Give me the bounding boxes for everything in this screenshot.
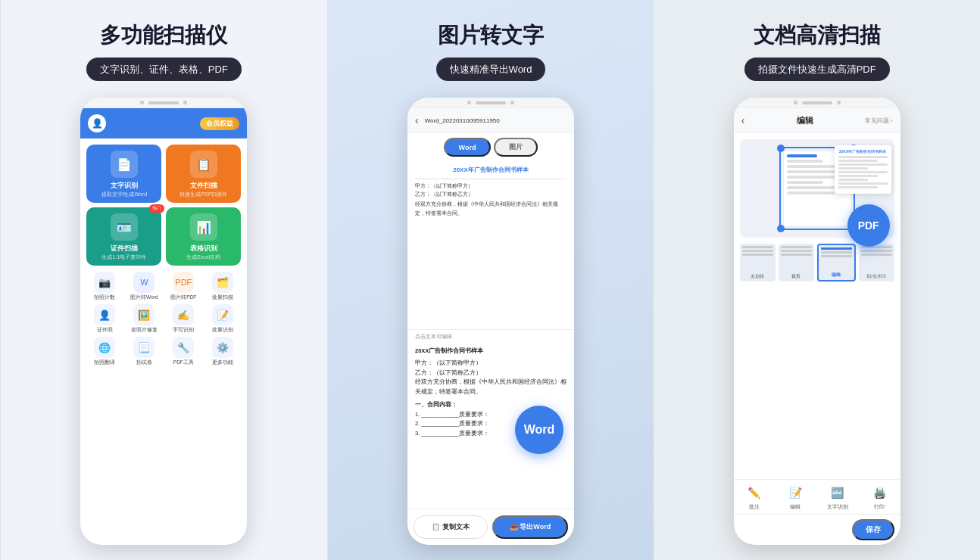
- tool-translate[interactable]: 🌐 拍照翻译: [86, 337, 123, 366]
- template-label-2: 编辑: [819, 272, 854, 278]
- copy-icon: 📋: [432, 523, 442, 530]
- table-icon: 📊: [190, 213, 217, 241]
- scan-body: 20XX年广告制作合同书样本 PDF: [734, 133, 900, 479]
- feature-id-sublabel: 生成1:1电子复印件: [101, 254, 146, 261]
- edit-hint: 点击文本可编辑: [407, 329, 574, 344]
- template-label-1: 裁剪: [779, 273, 814, 280]
- scan-tool-ocr[interactable]: 🔤 文字识别: [827, 483, 848, 511]
- tool-id-photo[interactable]: 👤 证件照: [86, 304, 123, 334]
- photo-restore-icon: 🖼️: [133, 304, 154, 325]
- save-button[interactable]: 保存: [852, 519, 894, 540]
- tab-word[interactable]: Word: [444, 138, 492, 157]
- feature-table-sublabel: 生成Excel文档: [186, 254, 220, 261]
- tool-batch-ocr[interactable]: 📝 批量识别: [204, 304, 241, 334]
- text-line1: 甲方：（以下简称甲方）: [415, 359, 566, 369]
- pdf-badge: PDF: [847, 204, 890, 247]
- tool-more[interactable]: ⚙️ 更多功能: [204, 337, 241, 366]
- tool-batch-scan[interactable]: 🗂️ 批量扫描: [204, 272, 241, 301]
- notch-dot-6: [837, 101, 841, 104]
- tools-row-2: 👤 证件照 🖼️ 老照片修复 ✍️ 手写识别 📝 批量识别: [80, 304, 247, 337]
- doc-content-area: 20XX年广告制作合同书样本 甲方：（以下简称甲方） 乙方：（以下简称乙方） 经…: [407, 161, 574, 329]
- scan-preview-area: 20XX年广告制作合同书样本 PDF: [740, 139, 894, 238]
- panel-word: 图片转文字 快速精准导出Word ‹ Word_2022031009591195…: [328, 0, 654, 560]
- tab-bar: Word 图片: [407, 133, 574, 161]
- text-line2: 乙方：（以下简称乙方）: [415, 369, 566, 378]
- notch-bar-3: [802, 101, 832, 104]
- panel3-title: 文档高清扫描: [754, 21, 881, 50]
- phone-mockup-2: ‹ Word_20220310095911950 Word 图片 20XX年广告…: [407, 98, 574, 545]
- hot-badge: 热门: [149, 204, 164, 213]
- tool-photo-count-label: 拍照计数: [94, 294, 115, 301]
- scan-faq-button[interactable]: 常见问题 ›: [865, 117, 893, 125]
- notch-dot-5: [794, 101, 797, 104]
- feature-table-label: 表格识别: [190, 244, 217, 254]
- text-block-title: 20XX广告制作合同书样本: [415, 347, 566, 356]
- tool-img-word[interactable]: W 图片转Word: [126, 272, 162, 301]
- panel3-subtitle: 拍摄文件快速生成高清PDF: [758, 64, 876, 75]
- tool-handwriting[interactable]: ✍️ 手写识别: [165, 304, 201, 334]
- tool-pdf[interactable]: 🔧 PDF工具: [165, 337, 201, 366]
- features-grid: 📄 文字识别 提取文字/生成Word 📋 文件扫描 快速生成PDF扫描件 热门 …: [80, 138, 247, 272]
- feature-table[interactable]: 📊 表格识别 生成Excel文档: [166, 207, 241, 266]
- scan-tool-annotate[interactable]: ✏️ 批注: [744, 483, 764, 511]
- tool-more-label: 更多功能: [212, 359, 233, 366]
- scan-editor-title: 编辑: [797, 115, 813, 126]
- export-word-button[interactable]: 📤 导出Word: [492, 515, 568, 539]
- panel1-subtitle: 文字识别、证件、表格、PDF: [100, 64, 228, 75]
- template-edit[interactable]: 编辑: [817, 244, 856, 282]
- scan-tool-print[interactable]: 🖨️ 打印: [869, 483, 889, 511]
- tool-img-pdf[interactable]: PDF 图片转PDF: [165, 272, 201, 301]
- print-label: 打印: [874, 504, 885, 511]
- tool-img-word-label: 图片转Word: [130, 294, 158, 301]
- handwriting-icon: ✍️: [173, 304, 194, 325]
- edit-tool-label: 编辑: [790, 504, 801, 511]
- edit-tool-icon: 📝: [785, 483, 805, 502]
- feature-ocr[interactable]: 📄 文字识别 提取文字/生成Word: [86, 145, 161, 203]
- tool-handwriting-label: 手写识别: [173, 327, 194, 334]
- panel-scanner: 多功能扫描仪 文字识别、证件、表格、PDF 👤 会员权益 📄 文字识别 提取文字…: [0, 0, 328, 560]
- app-header: 👤 会员权益: [80, 108, 247, 138]
- doc-party-a: 甲方：（以下简称甲方）: [415, 182, 566, 190]
- notch-dot-3: [467, 101, 471, 104]
- phone-notch-1: [80, 98, 247, 108]
- tool-id-photo-label: 证件照: [97, 327, 113, 334]
- back-button[interactable]: ‹: [415, 114, 419, 126]
- feature-scan[interactable]: 📋 文件扫描 快速生成PDF扫描件: [166, 145, 241, 203]
- notch-dot-4: [510, 101, 514, 104]
- img-word-icon: W: [133, 272, 154, 293]
- template-trim[interactable]: 裁剪: [779, 244, 814, 282]
- scan-tool-edit[interactable]: 📝 编辑: [785, 483, 805, 511]
- feature-scan-sublabel: 快速生成PDF扫描件: [179, 191, 227, 198]
- mini-doc-overlay: 20XX年广告制作合同书样本: [835, 145, 891, 194]
- scan-editor-header: ‹ 编辑 常见问题 ›: [734, 108, 900, 133]
- tool-pdf-label: PDF工具: [173, 359, 194, 366]
- batch-scan-icon: 🗂️: [212, 272, 233, 293]
- id-photo-icon: 👤: [94, 304, 115, 325]
- phone-notch-3: [734, 98, 900, 108]
- feature-id[interactable]: 热门 🪪 证件扫描 生成1:1电子复印件: [86, 207, 161, 266]
- print-icon: 🖨️: [869, 483, 889, 502]
- scan-back-button[interactable]: ‹: [741, 114, 745, 126]
- template-watermark[interactable]: 划/去水印: [859, 244, 894, 282]
- corner-tl: [777, 145, 785, 152]
- tool-photo-count[interactable]: 📷 拍照计数: [86, 272, 123, 301]
- notch-bar-2: [476, 101, 506, 104]
- tool-exam[interactable]: 📃 拍试卷: [126, 337, 162, 366]
- tools-row-1: 📷 拍照计数 W 图片转Word PDF 图片转PDF 🗂️ 批量扫描: [80, 272, 247, 304]
- tab-image[interactable]: 图片: [494, 138, 538, 157]
- phone-notch-2: [407, 98, 574, 108]
- template-crop[interactable]: 去划掉: [740, 244, 776, 282]
- exam-icon: 📃: [133, 337, 154, 358]
- batch-ocr-icon: 📝: [212, 304, 233, 325]
- tool-photo-restore[interactable]: 🖼️ 老照片修复: [126, 304, 162, 334]
- notch-bar: [148, 101, 179, 104]
- mini-doc-title: 20XX年广告制作合同书样本: [838, 149, 888, 154]
- text-line3: 经双方充分协商，根据《中华人民共和国经济合同法》相关规定，特签署本合同。: [415, 378, 566, 397]
- doc-main-title: 20XX年广告制作合同书样本: [415, 166, 566, 174]
- tool-batch-ocr-label: 批量识别: [212, 327, 233, 334]
- feature-scan-label: 文件扫描: [190, 181, 217, 191]
- panel-hd-scan: 文档高清扫描 拍摄文件快速生成高清PDF ‹ 编辑 常见问题 ›: [654, 0, 980, 560]
- feature-ocr-label: 文字识别: [111, 181, 138, 191]
- panel1-title: 多功能扫描仪: [100, 21, 227, 50]
- copy-text-button[interactable]: 📋 复制文本: [414, 515, 488, 539]
